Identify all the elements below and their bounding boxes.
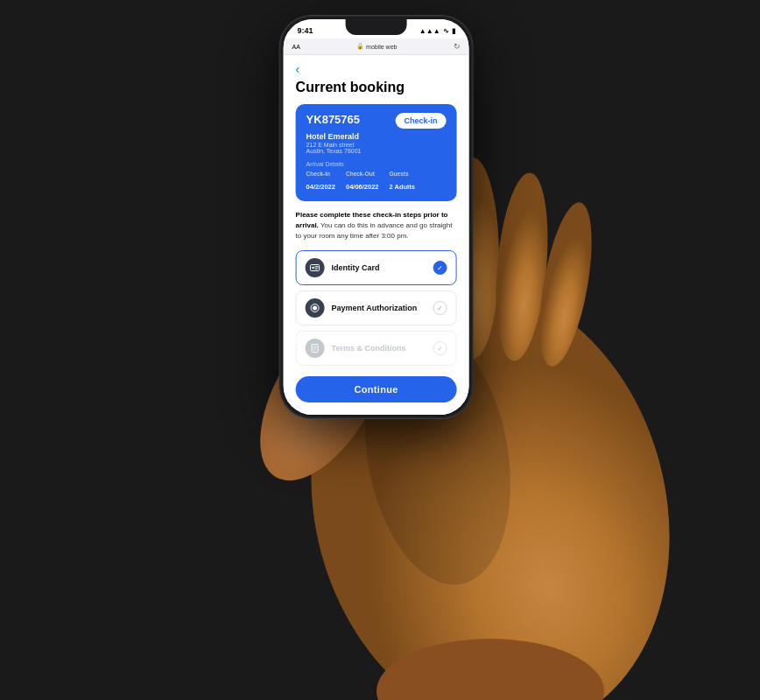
status-icons: ▲▲▲ ∿ ▮ xyxy=(419,27,455,35)
phone-device: 9:41 ▲▲▲ ∿ ▮ AA 🔒 mobile web ↻ ‹ xyxy=(280,16,473,418)
checklist-payment-left: Payment Authorization xyxy=(306,298,418,318)
instructions-normal: You can do this in advance and go straig… xyxy=(296,221,453,240)
page-content: ‹ Current booking YK875765 Check-in Hote… xyxy=(284,55,469,415)
checklist-item-left: Identity Card xyxy=(306,258,380,277)
wifi-icon: ∿ xyxy=(443,27,449,35)
svg-point-9 xyxy=(312,267,314,270)
browser-bar: AA 🔒 mobile web ↻ xyxy=(284,38,469,55)
back-button[interactable]: ‹ xyxy=(296,62,457,76)
reload-icon[interactable]: ↻ xyxy=(454,42,461,51)
payment-icon xyxy=(306,298,325,318)
lock-icon: 🔒 xyxy=(356,43,364,50)
terms-icon xyxy=(306,339,325,358)
identity-icon xyxy=(306,258,325,277)
guests-value: 2 Adults xyxy=(390,183,415,191)
battery-icon: ▮ xyxy=(452,27,455,35)
checkout-value: 04/06/2022 xyxy=(346,183,379,191)
guests-label: Guests xyxy=(390,171,415,177)
checklist-terms-left: Terms & Conditions xyxy=(306,339,406,358)
instructions-text: Please complete these check-in steps pri… xyxy=(296,210,457,242)
svg-point-5 xyxy=(530,199,602,370)
booking-id: YK875765 xyxy=(306,113,360,126)
phone-frame: 9:41 ▲▲▲ ∿ ▮ AA 🔒 mobile web ↻ ‹ xyxy=(280,16,473,418)
checkin-label: Check-In xyxy=(306,171,335,177)
checkin-value: 04/2/2022 xyxy=(306,183,335,191)
phone-notch xyxy=(346,19,407,35)
hotel-address: 212 E Main street Austin, Texas 78001 xyxy=(306,142,447,154)
hotel-name: Hotel Emerald xyxy=(306,132,447,141)
guests: Guests 2 Adults xyxy=(390,171,415,192)
checkout-label: Check-Out xyxy=(346,171,379,177)
identity-label: Identity Card xyxy=(332,263,380,272)
browser-url: 🔒 mobile web xyxy=(356,43,397,50)
svg-point-6 xyxy=(376,639,604,700)
continue-button[interactable]: Continue xyxy=(296,376,457,402)
terms-label: Terms & Conditions xyxy=(332,344,406,353)
browser-aa: AA xyxy=(292,44,300,50)
payment-label: Payment Authorization xyxy=(332,304,418,312)
checkin-date: Check-In 04/2/2022 xyxy=(306,171,335,192)
checklist-item-payment[interactable]: Payment Authorization ✓ xyxy=(296,290,457,326)
arrival-label: Arrival Details xyxy=(306,161,447,167)
checklist: Identity Card ✓ xyxy=(296,250,457,366)
checklist-item-terms: Terms & Conditions ✓ xyxy=(296,331,457,366)
checklist-item-identity[interactable]: Identity Card ✓ xyxy=(296,250,457,285)
identity-check: ✓ xyxy=(433,261,447,275)
arrival-details: Check-In 04/2/2022 Check-Out 04/06/2022 … xyxy=(306,171,447,192)
payment-check: ✓ xyxy=(433,301,447,315)
booking-card-header: YK875765 Check-in xyxy=(306,113,447,129)
status-time: 9:41 xyxy=(298,26,313,35)
checkin-button[interactable]: Check-in xyxy=(396,113,447,129)
page-title: Current booking xyxy=(296,80,457,95)
svg-point-14 xyxy=(313,306,317,311)
phone-screen: 9:41 ▲▲▲ ∿ ▮ AA 🔒 mobile web ↻ ‹ xyxy=(284,19,469,415)
svg-point-4 xyxy=(489,171,555,363)
checkout-date: Check-Out 04/06/2022 xyxy=(346,171,379,192)
signal-icon: ▲▲▲ xyxy=(419,27,440,35)
terms-check: ✓ xyxy=(433,341,447,355)
booking-card: YK875765 Check-in Hotel Emerald 212 E Ma… xyxy=(296,104,457,201)
